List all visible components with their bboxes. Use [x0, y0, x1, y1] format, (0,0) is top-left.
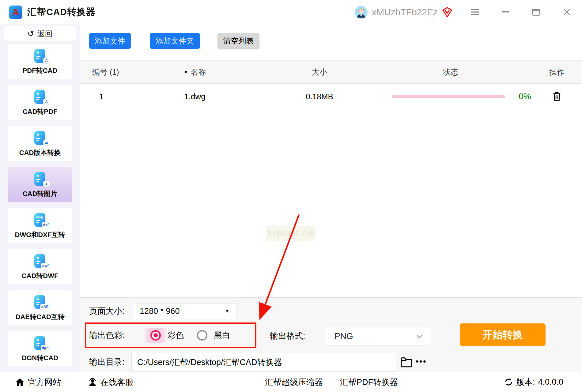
delete-row-button[interactable] [548, 84, 566, 109]
svg-text:A: A [36, 338, 40, 342]
browse-folder-button[interactable] [400, 356, 413, 368]
menu-button[interactable] [468, 6, 481, 19]
pdf-converter-link[interactable]: 汇帮PDF转换器 [340, 372, 398, 392]
page-size-label: 页面大小: [89, 303, 125, 319]
dwg-dxf-convert-icon: dwg dxf [32, 212, 48, 228]
footer: 官方网站 在线客服 汇帮超级压缩器 汇帮PDF转换器 版本: 4.0.0.0 [0, 372, 582, 392]
compressor-link[interactable]: 汇帮超级压缩器 [265, 372, 323, 392]
clear-list-button[interactable]: 清空列表 [217, 33, 259, 49]
output-dir-input[interactable] [131, 353, 396, 371]
header-action: 操作 [543, 61, 571, 83]
version-info: 版本: 4.0.0.0 [504, 372, 563, 392]
add-folder-button[interactable]: 添加文件夹 [150, 33, 200, 49]
sidebar-item-dae-cad-convert[interactable]: A dAE DAE转CAD互转 [8, 290, 72, 325]
maximize-button[interactable] [530, 6, 542, 19]
output-format-dropdown[interactable]: PNG [325, 327, 431, 345]
svg-text:A: A [36, 51, 40, 55]
app-title: 汇帮CAD转换器 [27, 6, 96, 18]
cad-to-pdf-icon: A A [32, 89, 48, 105]
sidebar-item-cad-to-pdf[interactable]: A A CAD转PDF [8, 85, 72, 120]
hamburger-icon [471, 9, 479, 15]
sidebar-item-dwg-dxf-convert[interactable]: dwg dxf DWG和DXF互转 [8, 208, 72, 243]
version-label: 版本: [516, 377, 535, 388]
online-service-link[interactable]: 在线客服 [88, 372, 134, 392]
minimize-icon [502, 11, 509, 13]
row-file-size: 0.18MB [274, 84, 365, 109]
header-index: 编号 (1) [92, 61, 119, 83]
close-icon [563, 9, 570, 16]
bw-radio-label[interactable]: 黑白 [214, 328, 230, 343]
close-button[interactable] [560, 6, 573, 19]
bw-radio[interactable] [197, 330, 207, 341]
official-site-link[interactable]: 官方网站 [15, 372, 61, 392]
settings-panel: 页面大小: 1280 * 960 ▼ 输出色彩: 彩色 黑白 输出格式: PNG… [80, 297, 582, 372]
watermark: 1766381756 [266, 226, 316, 241]
maximize-icon [532, 9, 540, 16]
user-avatar[interactable] [355, 6, 368, 19]
update-refresh-icon [504, 378, 513, 386]
cad-to-image-icon: A ▲ [32, 171, 48, 187]
titlebar: A 汇帮CAD转换器 xMUzhTFb22Ez [0, 0, 582, 24]
color-radio[interactable] [150, 330, 161, 341]
pdf-to-cad-icon: A A [32, 48, 48, 64]
dae-cad-convert-icon: A dAE [32, 294, 48, 310]
start-convert-button[interactable]: 开始转换 [460, 323, 546, 346]
color-radio-label[interactable]: 彩色 [167, 328, 184, 343]
svg-text:A: A [36, 92, 40, 96]
version-value: 4.0.0.0 [538, 377, 564, 387]
row-index: 1 [86, 84, 117, 109]
progress-bar [392, 95, 505, 98]
username[interactable]: xMUzhTFb22Ez [372, 7, 438, 17]
sidebar-item-dgn-to-cad[interactable]: A dgn DGN转CAD [8, 331, 72, 366]
radio-dot [153, 333, 158, 337]
more-options-button[interactable]: ••• [416, 353, 427, 371]
app-window: A 汇帮CAD转换器 xMUzhTFb22Ez [0, 0, 582, 392]
folder-icon [400, 356, 413, 368]
output-format-label: 输出格式: [270, 327, 305, 345]
svg-text:A: A [36, 174, 40, 178]
dgn-to-cad-icon: A dgn [32, 335, 48, 351]
table-row: 1 1.dwg 0.18MB 0% [80, 84, 582, 109]
home-icon [15, 377, 25, 387]
header-size: 大小 [274, 61, 365, 83]
progress-percent: 0% [512, 84, 538, 109]
trash-icon [552, 91, 561, 102]
table-header: 编号 (1) ▼ 名称 大小 状态 操作 [80, 61, 582, 84]
sidebar: ↺ 返回 A A PDF转CAD A A CAD转PDF A [0, 24, 80, 372]
back-label: 返回 [37, 29, 52, 39]
svg-text:A: A [36, 297, 40, 301]
customer-service-icon [88, 377, 97, 387]
row-file-name: 1.dwg [149, 84, 241, 109]
cad-version-convert-icon: A ⇄ [32, 130, 48, 146]
sidebar-item-cad-to-image[interactable]: A ▲ CAD转图片 [8, 167, 72, 202]
output-dir-label: 输出目录: [89, 353, 125, 371]
dropdown-arrow-icon: ▼ [225, 308, 230, 314]
back-button[interactable]: ↺ 返回 [4, 26, 76, 41]
page-size-dropdown[interactable]: 1280 * 960 ▼ [133, 303, 237, 319]
header-name[interactable]: ▼ 名称 [149, 61, 241, 83]
minimize-button[interactable] [499, 6, 512, 19]
back-icon: ↺ [28, 30, 34, 38]
add-file-button[interactable]: 添加文件 [89, 33, 131, 49]
output-color-label: 输出色彩: [89, 328, 125, 343]
footer-divider [131, 372, 131, 392]
chevron-down-icon [417, 333, 422, 338]
vip-badge-icon[interactable] [441, 6, 453, 18]
svg-text:A: A [36, 133, 40, 137]
svg-text:A: A [12, 7, 19, 17]
sort-desc-icon: ▼ [184, 70, 188, 75]
sidebar-item-cad-to-dwf[interactable]: A dwf CAD转DWF [8, 249, 72, 284]
app-logo-icon: A [9, 6, 22, 19]
sidebar-item-cad-version-convert[interactable]: A ⇄ CAD版本转换 [8, 126, 72, 161]
sidebar-item-pdf-to-cad[interactable]: A A PDF转CAD [8, 44, 72, 79]
header-status: 状态 [382, 61, 520, 83]
svg-text:dwg: dwg [36, 215, 43, 219]
svg-text:A: A [36, 256, 40, 260]
cad-to-dwf-icon: A dwf [32, 253, 48, 269]
main-area: 添加文件 添加文件夹 清空列表 编号 (1) ▼ 名称 大小 状态 操作 1 1… [80, 24, 582, 372]
